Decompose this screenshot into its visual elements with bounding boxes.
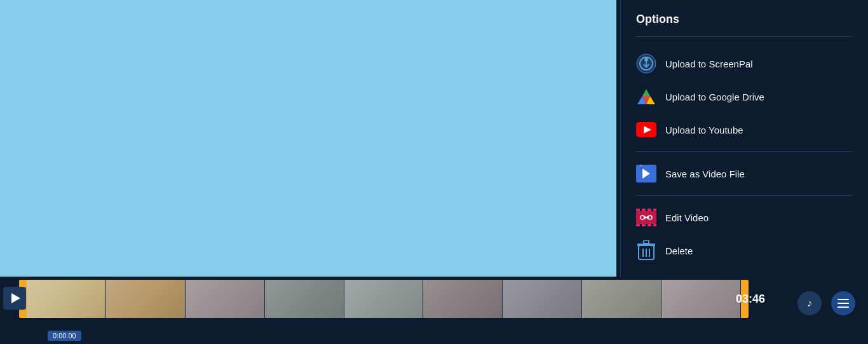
edit-video-label: Edit Video [665,212,709,223]
options-title: Options [636,13,853,26]
thumb-8 [582,280,661,318]
music-button[interactable]: ♪ [797,291,822,315]
svg-rect-22 [636,224,640,226]
thumb-2 [106,280,186,318]
options-mid-divider-2 [636,195,853,196]
save-video-label: Save as Video File [665,169,745,179]
svg-rect-24 [648,224,651,226]
play-icon [11,293,20,303]
svg-rect-18 [636,209,640,211]
youtube-icon [636,120,656,140]
menu-button[interactable] [831,291,855,315]
upload-youtube-item[interactable]: Upload to Youtube [636,113,853,146]
time-badge: 0:00.00 [48,331,81,341]
screenpal-icon [636,53,656,74]
timestamp: 03:46 [736,292,765,306]
svg-marker-7 [642,89,650,96]
svg-rect-23 [642,224,646,226]
thumbnail-strip [27,280,741,318]
save-video-icon [636,163,656,184]
delete-item[interactable]: Delete [636,234,853,267]
svg-rect-25 [653,224,656,226]
thumb-9 [661,280,741,318]
edit-video-item[interactable]: Edit Video [636,201,853,234]
upload-youtube-label: Upload to Youtube [665,125,743,135]
upload-gdrive-label: Upload to Google Drive [665,92,764,102]
upload-screenpal-item[interactable]: Upload to ScreenPal [636,47,853,80]
save-video-item[interactable]: Save as Video File [636,157,853,190]
thumb-6 [423,280,503,318]
thumb-1 [27,280,106,318]
svg-point-2 [644,58,648,62]
upload-screenpal-label: Upload to ScreenPal [665,58,753,69]
video-preview [0,0,616,277]
delete-icon [636,240,656,261]
thumb-7 [503,280,582,318]
svg-rect-19 [642,209,646,211]
svg-rect-15 [640,167,642,170]
options-top-divider [636,36,853,37]
menu-icon [837,299,849,308]
thumb-3 [186,280,265,318]
svg-rect-16 [640,165,642,167]
options-mid-divider-1 [636,151,853,152]
play-button[interactable] [3,287,26,310]
edit-video-icon [636,207,656,228]
svg-rect-20 [648,209,651,211]
music-icon: ♪ [807,298,812,309]
upload-gdrive-item[interactable]: Upload to Google Drive [636,80,853,113]
delete-label: Delete [665,245,693,256]
svg-rect-32 [644,240,649,244]
thumb-4 [265,280,344,318]
svg-rect-21 [653,209,656,211]
options-panel: Options Upload to ScreenPal [620,0,868,277]
thumb-5 [344,280,424,318]
google-drive-icon [636,86,656,107]
